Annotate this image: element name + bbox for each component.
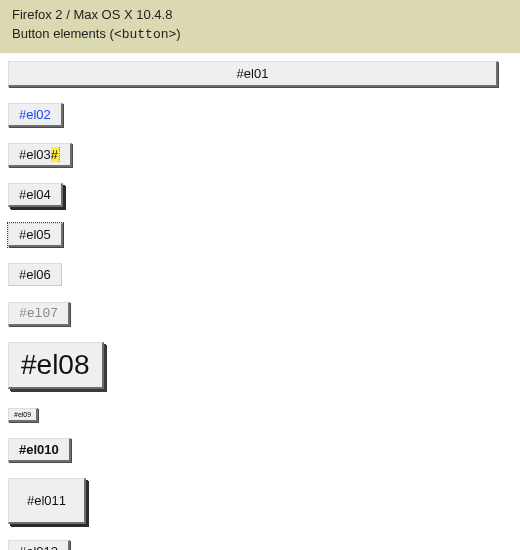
button-el02[interactable]: #el02	[8, 103, 63, 127]
button-el05[interactable]: #el05	[8, 223, 63, 247]
button-el04[interactable]: #el04	[8, 183, 63, 207]
button-el010[interactable]: #el010	[8, 438, 71, 462]
button-el09[interactable]: #el09	[8, 408, 38, 422]
button-el011[interactable]: #el011	[8, 478, 86, 524]
button-el03-highlight: #	[51, 147, 60, 162]
button-el08[interactable]: #el08	[8, 342, 104, 389]
page-title: Button elements (<button>)	[12, 25, 508, 45]
title-suffix: )	[176, 26, 180, 41]
button-el01[interactable]: #el01	[8, 61, 498, 87]
button-el03-text: #el03	[19, 147, 51, 162]
header-bar: Firefox 2 / Max OS X 10.4.8 Button eleme…	[0, 0, 520, 53]
button-el06[interactable]: #el06	[8, 263, 62, 286]
environment-label: Firefox 2 / Max OS X 10.4.8	[12, 6, 508, 25]
content-area: #el01 #el02 #el03# #el04 #el05 #el06 #el…	[0, 53, 520, 550]
title-prefix: Button elements (	[12, 26, 114, 41]
button-el07[interactable]: #el07	[8, 302, 70, 326]
button-el03[interactable]: #el03#	[8, 143, 72, 167]
title-code: <button>	[114, 27, 176, 42]
button-el012[interactable]: #el012	[8, 540, 70, 550]
